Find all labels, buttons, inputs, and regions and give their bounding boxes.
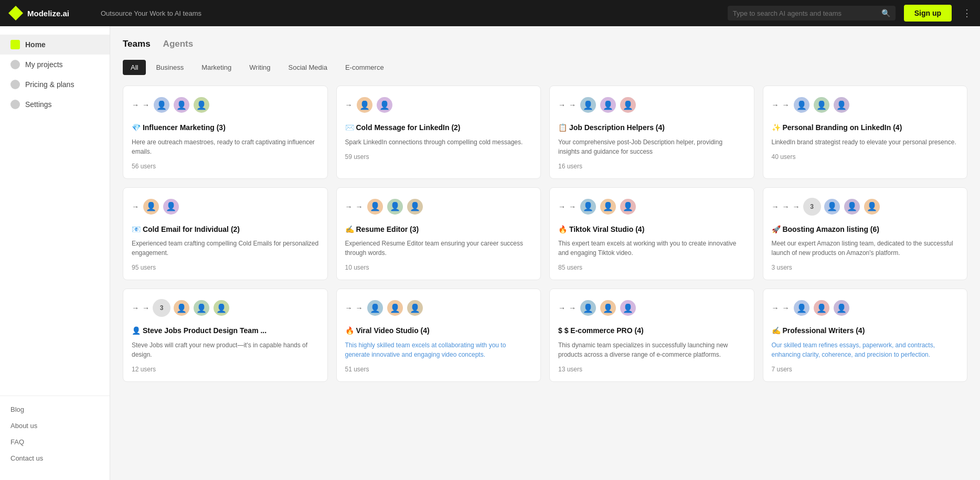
card-desc: Your comprehensive post-Job Description … — [558, 137, 745, 156]
main-content: Teams Agents All Business Marketing Writ… — [110, 26, 980, 480]
avatar-0: 👤 — [579, 96, 597, 114]
sidebar-footer-about[interactable]: About us — [0, 418, 110, 434]
card-users: 12 users — [132, 366, 319, 373]
search-icon: 🔍 — [881, 9, 890, 17]
card-viral-video-studio[interactable]: →→👤👤👤 🔥 Viral Video Studio (4) This high… — [336, 289, 541, 382]
tab-teams[interactable]: Teams — [123, 39, 151, 51]
card-desc: Here are outreach maestroes, ready to cr… — [132, 137, 319, 156]
card-title: ✍️ Professional Writers (4) — [772, 326, 959, 336]
sidebar: Home My projects Pricing & plans Setting… — [0, 26, 110, 480]
avatar-1: 👤 — [813, 96, 830, 114]
sidebar-item-home[interactable]: Home — [0, 35, 110, 55]
topnav: Modelize.ai Outsource Your Work to AI te… — [0, 0, 980, 26]
card-desc: Experienced team crafting compelling Col… — [132, 239, 319, 258]
avatar-1: 👤 — [599, 299, 617, 317]
avatar-1: 👤 — [376, 96, 393, 114]
avatar-count: 3 — [153, 299, 171, 317]
filter-social-media[interactable]: Social Media — [281, 60, 335, 75]
arrow-icon: → — [132, 202, 139, 211]
sidebar-footer: Blog About us FAQ Contact us — [0, 396, 110, 472]
card-personal-branding-linkedin[interactable]: →→👤👤👤 ✨ Personal Branding on LinkedIn (4… — [763, 86, 968, 179]
card-cold-message-linkedin[interactable]: →👤👤 ✉️ Cold Message for LinkedIn (2) Spa… — [336, 86, 541, 179]
signup-button[interactable]: Sign up — [904, 5, 952, 22]
card-desc: Steve Jobs will craft your new product—i… — [132, 340, 319, 359]
avatar-2: 👤 — [833, 96, 850, 114]
card-desc: LinkedIn brand strategist ready to eleva… — [772, 137, 959, 147]
search-input[interactable] — [733, 9, 877, 17]
sidebar-footer-contact[interactable]: Contact us — [0, 450, 110, 466]
avatar-0: 👤 — [142, 198, 160, 216]
avatar-0: 👤 — [153, 96, 171, 114]
home-icon — [10, 40, 20, 49]
search-bar[interactable]: 🔍 — [728, 6, 896, 20]
filter-business[interactable]: Business — [148, 60, 191, 75]
arrow-icon: → — [345, 202, 353, 211]
avatar-1: 👤 — [599, 96, 617, 114]
card-users: 10 users — [345, 264, 532, 271]
filter-all[interactable]: All — [123, 60, 146, 75]
card-steve-jobs-design[interactable]: →→3👤👤👤 👤 Steve Jobs Product Design Team … — [123, 289, 328, 382]
sidebar-top: Home My projects Pricing & plans Setting… — [0, 35, 110, 396]
tab-agents[interactable]: Agents — [163, 39, 194, 51]
avatar-0: 👤 — [793, 96, 811, 114]
card-avatars: →→👤👤👤 — [558, 297, 745, 318]
arrow-icon: → — [782, 101, 790, 109]
more-icon[interactable]: ⋮ — [962, 7, 972, 19]
avatar-0: 👤 — [173, 299, 190, 317]
card-users: 95 users — [132, 264, 319, 271]
arrow-icon: → — [132, 101, 139, 109]
card-influencer-marketing[interactable]: →→👤👤👤 💎 Influencer Marketing (3) Here ar… — [123, 86, 328, 179]
card-title: 💎 Influencer Marketing (3) — [132, 123, 319, 133]
sidebar-item-settings[interactable]: Settings — [0, 94, 110, 114]
sidebar-footer-faq[interactable]: FAQ — [0, 434, 110, 450]
card-tiktok-viral-studio[interactable]: →→👤👤👤 🔥 Tiktok Viral Studio (4) This exp… — [549, 187, 754, 281]
folder-icon — [10, 60, 20, 69]
avatar-2: 👤 — [212, 299, 230, 317]
filter-ecommerce[interactable]: E-commerce — [337, 60, 392, 75]
card-title: ✨ Personal Branding on LinkedIn (4) — [772, 123, 959, 133]
avatar-1: 👤 — [813, 299, 830, 317]
card-avatars: →→👤👤👤 — [772, 94, 959, 115]
card-users: 59 users — [345, 153, 532, 161]
arrow-icon: → — [356, 202, 363, 211]
logo[interactable]: Modelize.ai — [8, 6, 92, 20]
card-title: ✍️ Resume Editor (3) — [345, 225, 532, 235]
card-title: 🔥 Viral Video Studio (4) — [345, 326, 532, 336]
card-desc: Spark LinkedIn connections through compe… — [345, 137, 532, 147]
avatar-1: 👤 — [173, 96, 190, 114]
card-desc: Our skilled team refines essays, paperwo… — [772, 340, 959, 359]
arrow-icon: → — [772, 101, 779, 109]
card-users: 7 users — [772, 366, 959, 373]
avatar-2: 👤 — [619, 198, 637, 216]
arrow-icon: → — [142, 101, 150, 109]
avatar-2: 👤 — [619, 96, 637, 114]
avatar-0: 👤 — [793, 299, 811, 317]
card-desc: This expert team excels at working with … — [558, 239, 745, 258]
avatar-1: 👤 — [193, 299, 210, 317]
sidebar-item-pricing[interactable]: Pricing & plans — [0, 74, 110, 94]
arrow-icon: → — [356, 304, 363, 312]
filter-writing[interactable]: Writing — [241, 60, 278, 75]
arrow-icon: → — [132, 304, 139, 312]
avatar-2: 👤 — [406, 198, 424, 216]
card-desc: This highly skilled team excels at colla… — [345, 340, 532, 359]
card-ecommerce-pro[interactable]: →→👤👤👤 $ $ E-commerce PRO (4) This dynami… — [549, 289, 754, 382]
card-title: 🔥 Tiktok Viral Studio (4) — [558, 225, 745, 235]
card-title: 🚀 Boosting Amazon listing (6) — [772, 225, 959, 235]
card-professional-writers[interactable]: →→👤👤👤 ✍️ Professional Writers (4) Our sk… — [763, 289, 968, 382]
avatar-2: 👤 — [619, 299, 637, 317]
sidebar-footer-blog[interactable]: Blog — [0, 401, 110, 418]
sidebar-item-my-projects[interactable]: My projects — [0, 55, 110, 74]
card-resume-editor[interactable]: →→👤👤👤 ✍️ Resume Editor (3) Experienced R… — [336, 187, 541, 281]
card-cold-email-individual[interactable]: →👤👤 📧 Cold Email for Individual (2) Expe… — [123, 187, 328, 281]
card-users: 40 users — [772, 153, 959, 161]
card-users: 3 users — [772, 264, 959, 271]
arrow-icon: → — [782, 304, 790, 312]
filter-marketing[interactable]: Marketing — [194, 60, 239, 75]
arrow-icon: → — [345, 304, 353, 312]
card-job-description-helpers[interactable]: →→👤👤👤 📋 Job Description Helpers (4) Your… — [549, 86, 754, 179]
avatar-2: 👤 — [406, 299, 424, 317]
avatar-1: 👤 — [386, 198, 404, 216]
avatar-1: 👤 — [599, 198, 617, 216]
card-boosting-amazon-listing[interactable]: →→→3👤👤👤 🚀 Boosting Amazon listing (6) Me… — [763, 187, 968, 281]
